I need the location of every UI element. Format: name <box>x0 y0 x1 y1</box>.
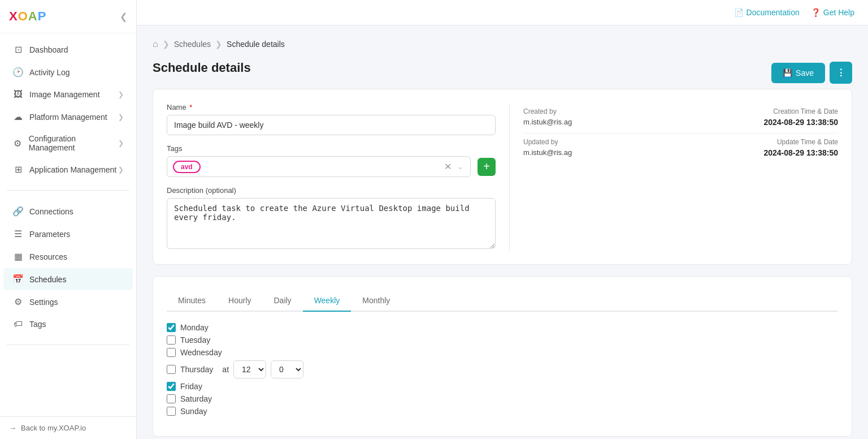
home-breadcrumb-icon[interactable]: ⌂ <box>153 39 158 49</box>
sidebar-item-label: Settings <box>29 298 58 307</box>
created-by-row: Created by m.istuk@ris.ag Creation Time … <box>523 103 838 133</box>
description-field-group: Description (optional) <box>167 186 496 251</box>
sidebar-item-dashboard[interactable]: ⊡ Dashboard <box>3 38 133 61</box>
checkbox-thursday[interactable] <box>167 365 176 374</box>
hour-select[interactable]: 12 012 345 678 91011 131415 161718 19202… <box>233 360 266 378</box>
sidebar-item-label: Configuration Management <box>29 134 118 152</box>
app-management-icon: ⊞ <box>12 164 24 175</box>
sidebar-collapse-button[interactable]: ❮ <box>120 11 127 22</box>
chevron-right-icon: ❯ <box>118 166 124 174</box>
sidebar-item-parameters[interactable]: ☰ Parameters <box>3 223 133 245</box>
day-label-thursday: Thursday <box>180 365 213 374</box>
minute-select[interactable]: 0 51015 202530 354045 5055 <box>271 360 303 378</box>
name-input[interactable] <box>167 115 496 135</box>
update-time-value: 2024-08-29 13:38:50 <box>763 148 838 157</box>
required-indicator: * <box>188 103 193 111</box>
name-label: Name * <box>167 103 496 111</box>
day-friday[interactable]: Friday <box>167 382 303 391</box>
day-wednesday[interactable]: Wednesday <box>167 348 303 357</box>
tab-monthly[interactable]: Monthly <box>351 290 401 312</box>
sidebar-item-label: Connections <box>29 207 73 216</box>
documentation-icon: 📄 <box>734 8 744 17</box>
activity-log-icon: 🕑 <box>12 67 24 78</box>
checkbox-friday[interactable] <box>167 382 176 391</box>
sidebar-item-image-management[interactable]: 🖼 Image Management ❯ <box>3 84 133 105</box>
sidebar-item-resources[interactable]: ▦ Resources <box>3 246 133 268</box>
days-time-row: Monday Tuesday Wednesday Thursday <box>167 323 838 423</box>
image-management-icon: 🖼 <box>12 89 24 100</box>
tag-clear-button[interactable]: ✕ <box>442 160 454 173</box>
nav-bottom-divider <box>7 345 129 345</box>
save-icon: 💾 <box>783 68 792 78</box>
sidebar-item-configuration-management[interactable]: ⚙ Configuration Management ❯ <box>3 128 133 158</box>
frequency-tabs: Minutes Hourly Daily Weekly Monthly <box>167 290 838 312</box>
breadcrumb: ⌂ ❯ Schedules ❯ Schedule details <box>153 39 852 49</box>
day-sunday[interactable]: Sunday <box>167 407 303 416</box>
sidebar-item-tags[interactable]: 🏷 Tags <box>3 313 133 335</box>
day-monday[interactable]: Monday <box>167 323 303 332</box>
logo-p: P <box>38 9 47 23</box>
save-button[interactable]: 💾 Save <box>771 63 825 83</box>
sidebar-item-application-management[interactable]: ⊞ Application Management ❯ <box>3 158 133 180</box>
dashboard-icon: ⊡ <box>12 44 24 55</box>
update-time-group: Update Time & Date 2024-08-29 13:38:50 <box>763 138 838 157</box>
sidebar-item-connections[interactable]: 🔗 Connections <box>3 200 133 222</box>
settings-icon: ⚙ <box>12 296 24 307</box>
tags-icon: 🏷 <box>12 319 24 329</box>
weekly-content: Monday Tuesday Wednesday Thursday <box>167 323 838 423</box>
documentation-link[interactable]: 📄 Documentation <box>734 8 800 17</box>
tab-weekly[interactable]: Weekly <box>303 290 351 312</box>
back-to-myxoap-link[interactable]: → Back to my.XOAP.io <box>9 424 127 432</box>
day-label-sunday: Sunday <box>180 407 207 416</box>
tag-avd: avd <box>173 161 201 173</box>
sidebar-item-schedules[interactable]: 📅 Schedules <box>3 268 133 290</box>
sidebar-item-settings[interactable]: ⚙ Settings <box>3 291 133 313</box>
sidebar-item-label: Resources <box>29 252 67 261</box>
tag-add-button[interactable]: + <box>478 158 496 176</box>
save-label: Save <box>796 68 814 78</box>
created-by-value: m.istuk@ris.ag <box>523 118 572 126</box>
description-input[interactable] <box>167 198 496 249</box>
header-actions: 💾 Save ⋮ <box>771 62 852 84</box>
at-label: at <box>222 365 229 374</box>
sidebar-item-platform-management[interactable]: ☁ Platform Management ❯ <box>3 106 133 128</box>
sidebar-item-label: Image Management <box>29 90 100 99</box>
checkbox-sunday[interactable] <box>167 407 176 416</box>
config-management-icon: ⚙ <box>12 138 23 149</box>
logo-a: A <box>28 9 38 23</box>
sidebar-item-label: Application Management <box>29 165 116 174</box>
tags-input[interactable]: avd ✕ ⌵ <box>167 156 471 177</box>
page-title: Schedule details <box>153 61 852 75</box>
day-thursday[interactable]: Thursday at 12 012 345 678 91011 131415 … <box>167 360 303 378</box>
tag-dropdown-button[interactable]: ⌵ <box>456 162 465 172</box>
day-saturday[interactable]: Saturday <box>167 394 303 403</box>
bottom-nav: 🔗 Connections ☰ Parameters ▦ Resources 📅… <box>0 195 136 340</box>
checkbox-saturday[interactable] <box>167 394 176 403</box>
connections-icon: 🔗 <box>12 206 24 217</box>
schedule-form: Name * Tags avd ✕ ⌵ <box>153 89 852 265</box>
help-label: Get Help <box>823 8 854 17</box>
day-label-wednesday: Wednesday <box>180 348 222 357</box>
day-tuesday[interactable]: Tuesday <box>167 335 303 345</box>
checkbox-wednesday[interactable] <box>167 348 176 357</box>
creation-time-group: Creation Time & Date 2024-08-29 13:38:50 <box>763 107 838 127</box>
logo-o: O <box>18 9 28 23</box>
checkbox-monday[interactable] <box>167 323 176 332</box>
documentation-label: Documentation <box>747 8 800 17</box>
tags-label: Tags <box>167 144 496 153</box>
sidebar: XOAP ❮ ⊡ Dashboard 🕑 Activity Log 🖼 Imag… <box>0 0 137 439</box>
parameters-icon: ☰ <box>12 229 24 239</box>
breadcrumb-schedules[interactable]: Schedules <box>174 40 211 49</box>
page-content: ⌂ ❯ Schedules ❯ Schedule details Schedul… <box>137 25 868 439</box>
update-time-label: Update Time & Date <box>763 138 838 146</box>
day-label-monday: Monday <box>180 323 209 332</box>
main-content: 📄 Documentation ❓ Get Help ⌂ ❯ Schedules… <box>137 0 868 439</box>
sidebar-item-activity-log[interactable]: 🕑 Activity Log <box>3 61 133 83</box>
checkbox-tuesday[interactable] <box>167 335 176 345</box>
tab-daily[interactable]: Daily <box>263 290 303 312</box>
more-options-button[interactable]: ⋮ <box>830 62 852 84</box>
tab-minutes[interactable]: Minutes <box>167 290 217 312</box>
day-label-friday: Friday <box>180 382 202 391</box>
get-help-link[interactable]: ❓ Get Help <box>811 8 854 17</box>
tab-hourly[interactable]: Hourly <box>217 290 262 312</box>
